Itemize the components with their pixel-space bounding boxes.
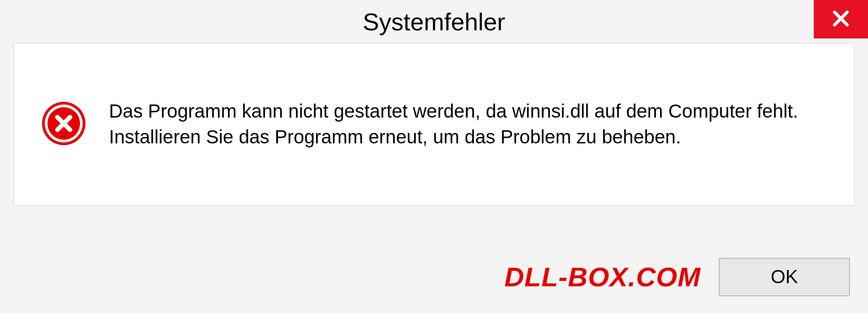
close-button[interactable]	[814, 0, 868, 38]
ok-button[interactable]: OK	[719, 258, 850, 296]
footer: DLL-BOX.COM OK	[0, 254, 868, 299]
ok-button-label: OK	[771, 266, 798, 288]
watermark-text: DLL-BOX.COM	[505, 261, 701, 293]
error-icon	[41, 101, 86, 148]
content-panel: Das Programm kann nicht gestartet werden…	[14, 43, 854, 206]
error-message: Das Programm kann nicht gestartet werden…	[109, 99, 827, 150]
title-bar: Systemfehler	[0, 0, 868, 43]
dialog-title: Systemfehler	[363, 8, 505, 36]
close-icon	[830, 8, 852, 31]
error-dialog: Systemfehler Das Programm kann nicht ges…	[0, 0, 868, 313]
